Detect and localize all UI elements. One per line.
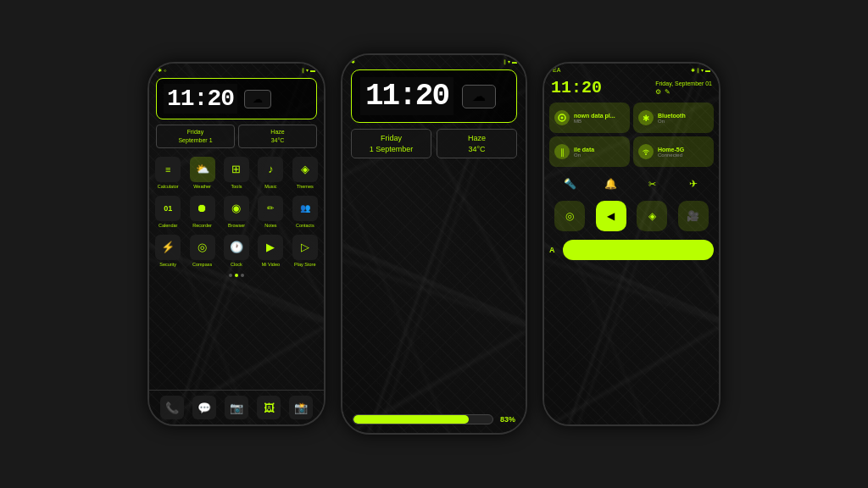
edit-icon[interactable]: ✎ — [665, 88, 670, 96]
phone2-vol-up[interactable] — [341, 114, 342, 135]
control-date-icons: ⚙ ✎ — [655, 88, 712, 96]
power-button[interactable] — [324, 131, 326, 157]
weather-widget: 11:20 ☁ — [156, 78, 317, 119]
clock-icon[interactable]: 🕐 — [224, 235, 249, 260]
phone2-power-button[interactable] — [526, 131, 527, 161]
dot-2[interactable] — [235, 274, 238, 277]
app-tools[interactable]: ⊞ Tools — [221, 157, 252, 189]
phone3-status-bar: EA ✱∥▾▬ — [544, 64, 719, 75]
music-icon[interactable]: ♪ — [258, 157, 283, 182]
screenshot-icon[interactable]: ✂ — [642, 174, 662, 194]
bluetooth-tile-text: Bluetooth On — [658, 113, 686, 124]
browser-icon[interactable]: ◉ — [224, 196, 249, 221]
phone2-widget-date-row: Friday 1 September Haze 34°C — [351, 129, 517, 158]
dock-messages[interactable]: 💬 — [192, 396, 216, 419]
calculator-icon[interactable]: ≡ — [155, 157, 181, 182]
brightness-label: A — [549, 246, 558, 254]
app-security[interactable]: ⚡ Security — [153, 235, 183, 267]
phone2-weather-icon-box: ☁ — [462, 85, 496, 108]
compass-icon[interactable]: ◎ — [190, 235, 215, 260]
ctrl-btn-hotspot[interactable]: ◈ — [637, 201, 667, 231]
mivideo-icon[interactable]: ▶ — [258, 235, 283, 260]
tile-bluetooth[interactable]: ✱ Bluetooth On — [633, 103, 714, 133]
quick-icons-row: 🔦 🔔 ✂ ✈ — [549, 174, 714, 194]
notes-icon[interactable]: ✏ — [258, 196, 283, 221]
widget-date-row: Friday September 1 Haze 34°C — [156, 125, 317, 148]
weather-icon: ☁ — [253, 93, 263, 105]
weather-icon-box: ☁ — [244, 90, 271, 108]
torch-icon[interactable]: 🔦 — [559, 174, 580, 194]
tile-wifi[interactable]: Home-5G Connected — [633, 136, 714, 167]
battery-area: 83% — [342, 406, 526, 433]
phone2-wrapper: ✱ ∥▾▬ 11:20 ☁ Friday 1 September Haze 34… — [341, 53, 527, 435]
widget-weather: ☁ — [244, 90, 271, 108]
app-calculator[interactable]: ≡ Calculator — [153, 157, 183, 189]
dock-camera2[interactable]: 📷 — [225, 396, 248, 419]
data-tile-text: nown data pl... MB — [574, 113, 615, 124]
vol-down-button[interactable] — [147, 136, 149, 153]
bottom-dock: 📞 💬 📷 🖼 📸 — [149, 390, 324, 424]
app-browser[interactable]: ◉ Browser — [221, 196, 252, 228]
status-time: ✱ ⟐ — [158, 67, 167, 73]
security-icon[interactable]: ⚡ — [155, 235, 181, 260]
app-playstore[interactable]: ▷ Play Store — [290, 235, 320, 267]
date-box-left: Friday September 1 — [156, 125, 235, 148]
widget-time: 11:20 — [164, 84, 237, 114]
phone2-frame: ✱ ∥▾▬ 11:20 ☁ Friday 1 September Haze 34… — [341, 53, 527, 435]
brightness-row: A — [549, 240, 714, 260]
ctrl-btn-video[interactable]: 🎥 — [678, 201, 709, 231]
dot-3[interactable] — [241, 274, 244, 277]
wifi-tile-text: Home-5G Connected — [658, 147, 684, 158]
app-clock[interactable]: 🕐 Clock — [221, 235, 252, 267]
airplane-icon[interactable]: ✈ — [683, 174, 704, 194]
app-compass[interactable]: ◎ Compass — [186, 235, 217, 267]
tools-icon[interactable]: ⊞ — [224, 157, 249, 182]
phone2-status-bar: ✱ ∥▾▬ — [342, 55, 526, 66]
settings-icon[interactable]: ⚙ — [655, 88, 661, 96]
battery-bar-inner — [353, 415, 469, 424]
mobiledata-tile-text: ile data On — [574, 147, 594, 158]
brightness-bar[interactable] — [563, 240, 714, 260]
mobiledata-tile-icon: ∥ — [554, 144, 570, 159]
phone2-status-left: ✱ — [351, 58, 355, 64]
phone2-widget-weather: ☁ — [462, 85, 496, 108]
battery-bar-outer — [353, 414, 493, 424]
control-time: 11:20 — [551, 78, 602, 97]
ctrl-btn-auto-rotate[interactable]: ◎ — [554, 201, 585, 231]
phone2-vol-down[interactable] — [341, 140, 342, 160]
ctrl-btn-location[interactable]: ◀ — [596, 201, 626, 231]
tile-data[interactable]: nown data pl... MB — [549, 103, 630, 133]
app-mivideo[interactable]: ▶ Mi Video — [255, 235, 286, 267]
app-weather[interactable]: ⛅ Weather — [186, 157, 217, 189]
contacts-icon[interactable]: 👥 — [292, 196, 318, 221]
dock-gallery[interactable]: 🖼 — [257, 396, 281, 419]
dock-phone[interactable]: 📞 — [160, 396, 184, 419]
themes-icon[interactable]: ◈ — [292, 157, 318, 182]
dot-1[interactable] — [229, 274, 232, 277]
app-themes[interactable]: ◈ Themes — [290, 157, 320, 189]
app-recorder[interactable]: ⏺ Recorder — [186, 196, 217, 228]
phone3-wrapper: EA ✱∥▾▬ 11:20 Friday, September 01 ⚙ ✎ — [542, 62, 721, 426]
phone2-widget-time: 11:20 — [360, 77, 453, 115]
playstore-icon[interactable]: ▷ — [292, 235, 318, 260]
app-calendar[interactable]: 01 Calendar — [153, 196, 183, 228]
weather-app-icon[interactable]: ⛅ — [190, 157, 215, 182]
control-date: Friday, September 01 — [655, 80, 712, 86]
phone3-vol-down[interactable] — [542, 136, 544, 153]
phone2-weather-widget: 11:20 ☁ — [351, 69, 517, 123]
dock-camera[interactable]: 📸 — [289, 396, 313, 419]
app-music[interactable]: ♪ Music — [255, 157, 286, 189]
apps-grid-row1: ≡ Calculator ⛅ Weather ⊞ Tools ♪ Music ◈… — [153, 157, 320, 189]
control-time-block: 11:20 — [551, 78, 602, 97]
phone3-vol-up[interactable] — [542, 114, 544, 131]
battery-percentage: 83% — [500, 415, 515, 424]
notification-icon[interactable]: 🔔 — [601, 174, 621, 194]
tile-mobiledata[interactable]: ∥ ile data On — [549, 136, 630, 167]
control-date-block: Friday, September 01 ⚙ ✎ — [655, 80, 712, 96]
vol-up-button[interactable] — [147, 114, 149, 131]
calendar-icon[interactable]: 01 — [155, 196, 181, 221]
app-contacts[interactable]: 👥 Contacts — [290, 196, 320, 228]
recorder-icon[interactable]: ⏺ — [190, 196, 215, 221]
phone3-power-button[interactable] — [719, 131, 721, 157]
app-notes[interactable]: ✏ Notes — [255, 196, 286, 228]
